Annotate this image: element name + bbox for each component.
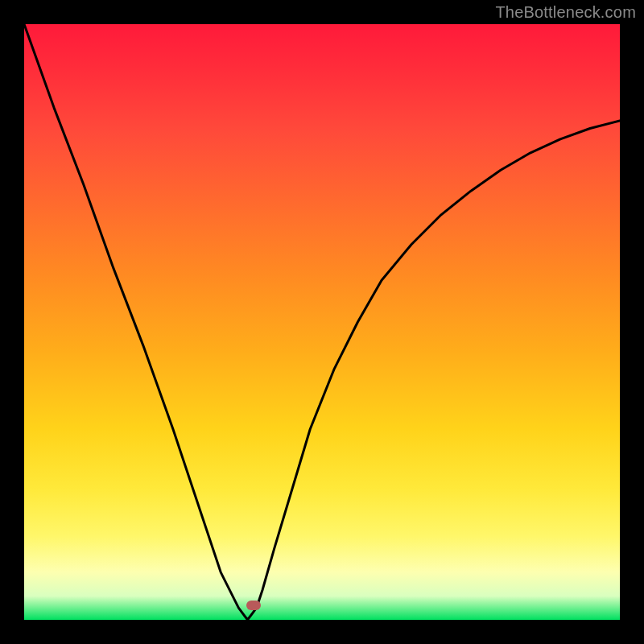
plot-area: [24, 24, 620, 620]
optimal-point-marker: [246, 601, 261, 610]
chart-frame: TheBottleneck.com: [0, 0, 644, 644]
watermark-text: TheBottleneck.com: [495, 3, 636, 22]
bottleneck-curve: [24, 24, 620, 620]
